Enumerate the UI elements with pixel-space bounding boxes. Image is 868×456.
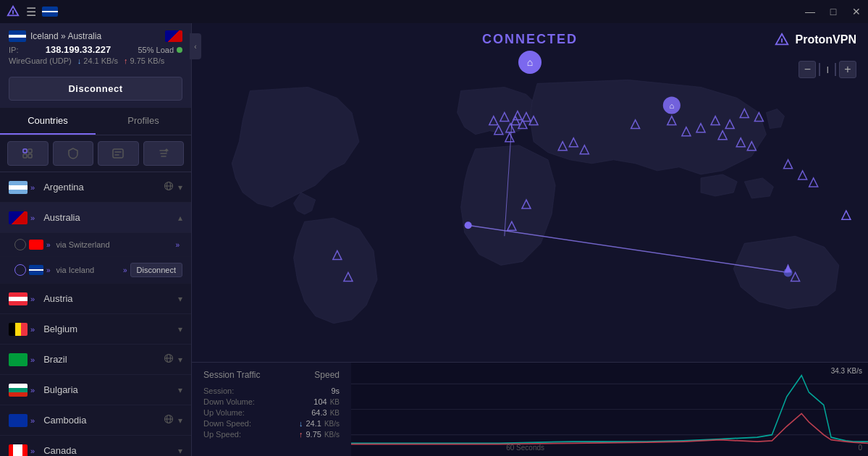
ip-value: 138.199.33.227 [46, 44, 111, 55]
protocol-text: WireGuard (UDP) [9, 56, 72, 65]
world-map-svg: ⌂ [192, 23, 868, 362]
up-volume-label: Up Volume: [203, 408, 245, 417]
up-volume-value: 64.3 KB [311, 408, 340, 417]
vpn-logo-text: ProtonVPN [796, 33, 856, 46]
disconnect-button[interactable]: Disconnect [9, 77, 182, 101]
connected-label: CONNECTED [482, 32, 578, 47]
zoom-controls: − I + [799, 61, 856, 78]
ip-row: IP: 138.199.33.227 55% Load [9, 44, 182, 55]
down-volume-value: 104 KB [313, 397, 340, 406]
country-name-austria: Austria [43, 293, 178, 304]
connection-info: Iceland » Australia IP: 138.199.33.227 5… [0, 23, 191, 69]
sub-circle-icon [14, 239, 26, 250]
country-item-bulgaria[interactable]: » Bulgaria ▾ [0, 375, 191, 405]
traffic-header-row: Session Traffic Speed [203, 370, 340, 384]
protonvpn-logo-icon [774, 32, 790, 48]
double-arrow-at: » [30, 295, 35, 303]
traffic-stats: Session Traffic Speed Session: 9s Down V… [192, 363, 351, 456]
austria-flag [9, 292, 28, 305]
globe-icon-brazil [164, 353, 174, 366]
iceland-flag [9, 30, 26, 42]
disconnect-small-button[interactable]: Disconnect [130, 263, 182, 277]
down-volume-label: Down Volume: [203, 397, 255, 406]
double-arrow-icon: » [30, 183, 35, 192]
switzerland-flag-sub [29, 240, 43, 250]
double-arrow-icon-au: » [30, 214, 35, 222]
home-pin: ⌂ [518, 51, 542, 74]
country-item-argentina[interactable]: » Argentina ▾ [0, 172, 191, 203]
minimize-button[interactable]: — [804, 6, 816, 17]
maximize-button[interactable]: □ [827, 6, 839, 17]
close-button[interactable]: ✕ [851, 6, 862, 17]
main-content: Iceland » Australia IP: 138.199.33.227 5… [0, 23, 868, 456]
double-arrow-sub2b: » [123, 266, 127, 274]
chevron-down-austria: ▾ [178, 294, 182, 304]
up-speed: ↑ 9.75 KB/s [124, 56, 164, 65]
session-label: Session: [203, 387, 234, 395]
country-item-brazil[interactable]: » Brazil ▾ [0, 345, 191, 375]
via-switzerland-label: via Switzerland [56, 240, 176, 249]
country-item-belgium[interactable]: » Belgium ▾ [0, 314, 191, 345]
filter-sort[interactable] [143, 141, 185, 166]
country-item-canada[interactable]: » Canada ▾ [0, 436, 191, 456]
svg-rect-6 [113, 149, 123, 158]
tabs: Countries Profiles [0, 108, 191, 135]
chevron-up-australia: ▴ [178, 213, 182, 223]
filter-secure-core[interactable] [7, 141, 49, 166]
svg-rect-2 [23, 149, 27, 153]
filter-shield[interactable] [53, 141, 94, 166]
filter-p2p[interactable] [98, 141, 139, 166]
titlebar: ☰ — □ ✕ [0, 0, 868, 23]
menu-icon[interactable]: ☰ [26, 5, 36, 19]
map-container[interactable]: ⌂ ⌂ [192, 23, 868, 362]
svg-rect-4 [23, 154, 27, 158]
country-name-bulgaria: Bulgaria [43, 384, 178, 395]
down-speed-row: Down Speed: ↓ 24.1 KB/s [203, 419, 340, 428]
right-panel: ProtonVPN − I + CONNECTED [192, 23, 868, 456]
via-iceland-label: via Iceland [56, 266, 123, 274]
country-item-cambodia[interactable]: » Cambodia ▾ [0, 405, 191, 436]
connection-route: Iceland » Australia [9, 30, 182, 42]
australia-subitem-iceland[interactable]: » via Iceland » Disconnect [0, 257, 191, 284]
double-arrow-sub2: » [46, 266, 51, 274]
australia-flag [9, 211, 28, 224]
svg-point-55 [465, 221, 472, 229]
country-item-austria[interactable]: » Austria ▾ [0, 284, 191, 314]
double-arrow-be: » [30, 325, 35, 334]
down-speed-value: 24.1 KB/s [83, 56, 118, 65]
country-item-australia[interactable]: » Australia ▴ [0, 203, 191, 233]
chevron-down-bulgaria: ▾ [178, 385, 182, 395]
filter-row [0, 135, 191, 172]
up-speed-traffic-value: ↑ 9.75 KB/s [299, 430, 340, 439]
route-text: Iceland » Australia [30, 31, 101, 41]
belgium-flag [9, 323, 28, 336]
australia-flag-route [165, 30, 182, 42]
chevron-down-argentina: ▾ [178, 182, 182, 193]
zoom-out-button[interactable]: − [799, 61, 816, 78]
country-name-cambodia: Cambodia [43, 415, 164, 426]
chart-time-left: 60 Seconds [506, 444, 544, 452]
zoom-in-button[interactable]: + [839, 61, 856, 78]
double-arrow-kh: » [30, 416, 35, 425]
brazil-flag [9, 353, 28, 366]
session-value: 9s [331, 387, 340, 395]
load-indicator: 55% Load [138, 46, 182, 54]
titlebar-left: ☰ [6, 4, 58, 19]
ip-label: IP: [9, 46, 18, 54]
up-speed-row: Up Speed: ↑ 9.75 KB/s [203, 430, 340, 439]
double-arrow-bg: » [30, 386, 35, 394]
double-arrow-ca: » [30, 447, 35, 455]
tab-countries[interactable]: Countries [0, 108, 96, 135]
collapse-panel-button[interactable]: ‹ [190, 33, 201, 59]
australia-subitem-switzerland[interactable]: » via Switzerland » [0, 233, 191, 257]
canada-flag [9, 444, 28, 457]
iceland-flag-sub [29, 265, 43, 275]
chart-time-right: 0 [858, 444, 862, 452]
speed-chart: 34.3 KB/s 60 Seconds 0 [351, 363, 868, 456]
disconnect-section: Disconnect [0, 69, 191, 108]
sub-circle-icon2 [14, 264, 26, 276]
tab-profiles[interactable]: Profiles [96, 108, 191, 135]
svg-rect-3 [28, 149, 32, 153]
country-name-belgium: Belgium [43, 324, 178, 334]
session-row: Session: 9s [203, 387, 340, 395]
